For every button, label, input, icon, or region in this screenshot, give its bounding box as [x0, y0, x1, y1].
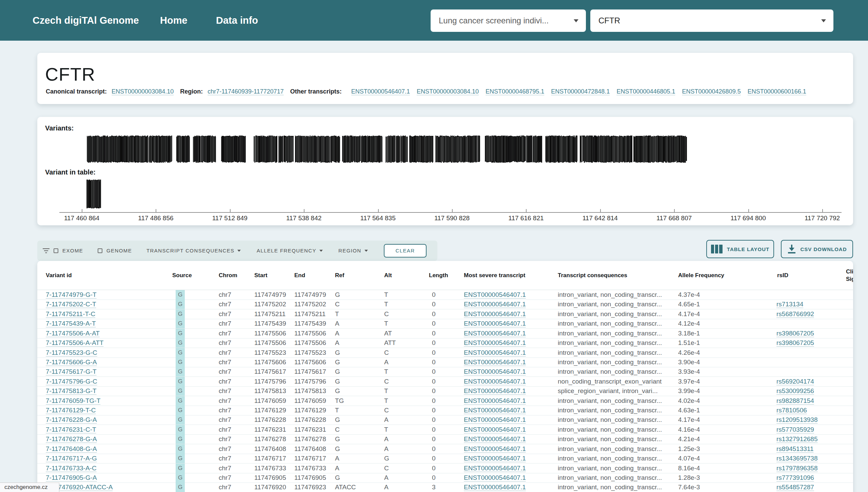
variant-id-link[interactable]: 7-117476059-TG-T	[46, 396, 100, 406]
rsid-link[interactable]: rs530099256	[776, 386, 814, 396]
rsid-link[interactable]: rs398067205	[776, 338, 814, 348]
gene-select[interactable]: CFTR	[590, 9, 833, 32]
cell-allele-frequency: 4.12e-4	[678, 319, 700, 328]
transcript-link[interactable]: ENST00000546407.1	[464, 464, 526, 473]
app-title[interactable]: Czech digiTAl Genome	[33, 0, 139, 41]
variant-id-link[interactable]: 7-117474979-G-T	[46, 290, 97, 300]
chevron-down-icon	[821, 19, 826, 22]
other-transcript-link[interactable]: ENST00000446805.1	[616, 88, 675, 95]
transcript-link[interactable]: ENST00000546407.1	[464, 300, 526, 309]
variant-id-link[interactable]: 7-117476228-G-A	[46, 415, 97, 425]
transcript-link[interactable]: ENST00000546407.1	[464, 415, 526, 425]
other-transcript-link[interactable]: ENST00000600166.1	[748, 88, 806, 95]
transcript-link[interactable]: ENST00000546407.1	[464, 319, 526, 328]
rsid-link[interactable]: rs1327912685	[776, 434, 818, 444]
rsid-link[interactable]: rs554857287	[776, 483, 814, 492]
transcript-link[interactable]: ENST00000546407.1	[464, 367, 526, 376]
rsid-link[interactable]: rs577035929	[776, 425, 814, 434]
canonical-transcript-link[interactable]: ENST00000003084.10	[112, 88, 174, 95]
rsid-link[interactable]: rs982887154	[776, 396, 814, 406]
variant-id-link[interactable]: 7-117476733-A-C	[46, 464, 97, 473]
variant-id-link[interactable]: 7-117475211-T-C	[46, 309, 95, 319]
transcript-link[interactable]: ENST00000546407.1	[464, 348, 526, 357]
region-link[interactable]: chr7-117460939-117720717	[208, 88, 284, 95]
other-transcript-link[interactable]: ENST00000546407.1	[351, 88, 410, 95]
transcript-consequences-filter[interactable]: TRANSCRIPT CONSEQUENCES	[146, 241, 241, 261]
variant-id-link[interactable]: 7-117475813-G-T	[46, 386, 97, 396]
filter-toolbar: EXOME GENOME TRANSCRIPT CONSEQUENCES ALL…	[37, 240, 853, 261]
column-header-allele-frequency: Allele Frequency	[678, 261, 724, 290]
other-transcript-link[interactable]: ENST00000426809.5	[682, 88, 741, 95]
variant-id-link[interactable]: 7-117475439-A-T	[46, 319, 96, 328]
variant-id-link[interactable]: 7-117475796-G-C	[46, 377, 97, 386]
allele-frequency-filter[interactable]: ALLELE FREQUENCY	[257, 241, 323, 261]
rsid-link[interactable]: rs1343695738	[776, 454, 818, 463]
transcript-link[interactable]: ENST00000546407.1	[464, 434, 526, 444]
cell-chrom: chr7	[219, 454, 231, 463]
rsid-link[interactable]: rs777391096	[776, 473, 814, 483]
variant-id-link[interactable]: 7-117476231-C-T	[46, 425, 96, 434]
genome-checkbox[interactable]	[98, 248, 102, 253]
rsid-link[interactable]: rs713134	[776, 300, 803, 309]
exome-checkbox-label[interactable]: EXOME	[62, 241, 83, 261]
other-transcript-link[interactable]: ENST00000472848.1	[551, 88, 610, 95]
rsid-link[interactable]: rs568766992	[776, 309, 814, 319]
other-transcript-link[interactable]: ENST00000003084.10	[417, 88, 479, 95]
population-select[interactable]: Lung cancer screening indivi...	[431, 9, 586, 32]
table-layout-button[interactable]: TABLE LAYOUT	[706, 240, 774, 258]
cell-alt: T	[384, 396, 388, 406]
rsid-link[interactable]: rs894513311	[776, 444, 814, 454]
transcript-link[interactable]: ENST00000546407.1	[464, 386, 526, 396]
variant-id-link[interactable]: 7-117475202-C-T	[46, 300, 96, 309]
transcript-link[interactable]: ENST00000546407.1	[464, 309, 526, 319]
cell-chrom: chr7	[219, 329, 231, 338]
cell-alt: T	[384, 367, 388, 376]
transcript-link[interactable]: ENST00000546407.1	[464, 396, 526, 406]
variants-visualization-card: Variants: Variant in table: 117 460 8641…	[37, 117, 853, 225]
variant-id-link[interactable]: 7-117475523-G-C	[46, 348, 97, 357]
cell-ref: A	[335, 454, 339, 463]
variant-id-link[interactable]: 7-117475617-G-T	[46, 367, 97, 376]
csv-download-button[interactable]: CSV DOWNLOAD	[781, 240, 853, 258]
transcript-link[interactable]: ENST00000546407.1	[464, 406, 526, 415]
variant-id-link[interactable]: 7-117475506-A-AT	[46, 329, 100, 338]
transcript-link[interactable]: ENST00000546407.1	[464, 425, 526, 434]
exome-checkbox[interactable]	[54, 248, 58, 253]
source-genome-badge: G	[176, 357, 185, 367]
nav-link-data-info[interactable]: Data info	[216, 0, 258, 41]
variant-id-link[interactable]: 7-117475506-A-ATT	[46, 338, 103, 348]
cell-start: 117475506	[254, 338, 286, 348]
column-header-rsid: rsID	[777, 261, 788, 290]
transcript-link[interactable]: ENST00000546407.1	[464, 444, 526, 454]
cell-consequences: intron_variant, non_coding_transcr...	[558, 396, 662, 406]
cell-end: 117475523	[294, 348, 326, 357]
transcript-link[interactable]: ENST00000546407.1	[464, 454, 526, 463]
other-transcript-link[interactable]: ENST00000468795.1	[486, 88, 544, 95]
variant-id-link[interactable]: 7-117475606-G-A	[46, 357, 97, 367]
variant-id-link[interactable]: 7-117476717-A-G	[46, 454, 97, 463]
clear-filters-button[interactable]: CLEAR	[384, 244, 427, 258]
cell-consequences: intron_variant, non_coding_transcr...	[558, 454, 662, 463]
rsid-link[interactable]: rs1209513938	[776, 415, 818, 425]
transcript-link[interactable]: ENST00000546407.1	[464, 473, 526, 483]
variant-id-link[interactable]: 7-117476129-T-C	[46, 406, 96, 415]
transcript-link[interactable]: ENST00000546407.1	[464, 357, 526, 367]
transcript-link[interactable]: ENST00000546407.1	[464, 377, 526, 386]
transcript-link[interactable]: ENST00000546407.1	[464, 483, 526, 492]
nav-link-home[interactable]: Home	[160, 0, 188, 41]
cell-alt: T	[384, 319, 388, 328]
variant-id-link[interactable]: 7-117476408-G-A	[46, 444, 97, 454]
rsid-link[interactable]: rs569204174	[776, 377, 814, 386]
genome-checkbox-label[interactable]: GENOME	[106, 241, 132, 261]
axis-tick-label: 117 590 828	[415, 214, 489, 222]
region-filter[interactable]: REGION	[338, 241, 368, 261]
variant-id-link[interactable]: 7-117476278-G-A	[46, 434, 97, 444]
variant-id-link[interactable]: 7-117476905-G-A	[46, 473, 97, 483]
axis-tick-label: 117 694 800	[711, 214, 786, 222]
transcript-link[interactable]: ENST00000546407.1	[464, 338, 526, 348]
rsid-link[interactable]: rs7810506	[776, 406, 807, 415]
transcript-link[interactable]: ENST00000546407.1	[464, 290, 526, 300]
transcript-link[interactable]: ENST00000546407.1	[464, 329, 526, 338]
rsid-link[interactable]: rs398067205	[776, 329, 814, 338]
rsid-link[interactable]: rs1797896358	[776, 464, 818, 473]
